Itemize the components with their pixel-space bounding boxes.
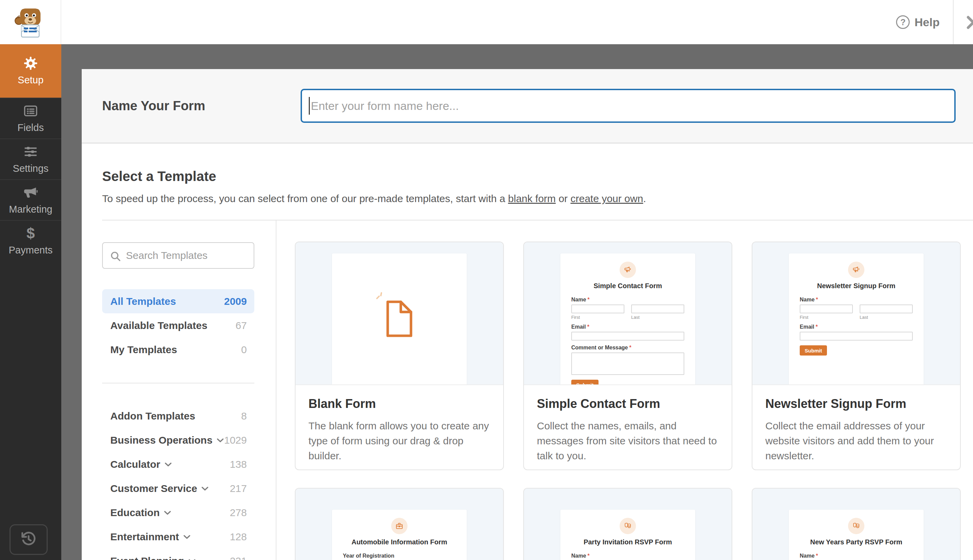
form-name-input-wrap	[301, 89, 956, 123]
chevron-down-icon	[164, 510, 171, 515]
sidebar-item-label: Settings	[13, 163, 48, 174]
gear-icon	[23, 56, 38, 70]
description-text: .	[643, 193, 646, 204]
sidebar-item-settings[interactable]: Settings	[0, 138, 61, 179]
template-card-party-invitation-rsvp-form[interactable]: Party Invitation RSVP Form Name* First L…	[523, 488, 732, 560]
sidebar-item-label: Fields	[17, 122, 43, 133]
create-your-own-link[interactable]: create your own	[570, 193, 643, 204]
mini-input	[859, 305, 913, 313]
field-label: Name	[800, 297, 815, 302]
sidebar-item-fields[interactable]: Fields	[0, 98, 61, 138]
chevron-down-icon	[183, 535, 191, 539]
form-name-row: Name Your Form	[82, 69, 973, 143]
chevron-down-icon	[188, 558, 196, 560]
field-label: Email	[571, 324, 586, 330]
template-section-header: Select a Template To speed up the proces…	[82, 143, 973, 205]
search-templates-input[interactable]	[103, 243, 254, 268]
template-card-automobile-information-form[interactable]: Automobile Information Form Year of Regi…	[295, 488, 504, 560]
preview-form-title: Simple Contact Form	[571, 282, 684, 290]
fields-list-icon	[23, 104, 38, 118]
category-count: 2009	[224, 296, 247, 307]
category-business-operations[interactable]: Business Operations 1029	[102, 428, 254, 452]
description-text: or	[556, 193, 570, 204]
category-divider	[102, 383, 254, 383]
card-title: Newsletter Signup Form	[765, 397, 947, 411]
theater-masks-badge-icon	[620, 518, 636, 534]
category-label: Education	[110, 507, 160, 518]
category-label: Available Templates	[110, 320, 207, 332]
required-asterisk: *	[588, 297, 590, 302]
help-button[interactable]: ? Help	[896, 0, 940, 44]
category-entertainment[interactable]: Entertainment 128	[102, 525, 254, 549]
form-name-label: Name Your Form	[102, 99, 205, 113]
wpforms-logo[interactable]	[0, 0, 61, 44]
sparkle-icon	[373, 290, 387, 305]
category-label: Addon Templates	[110, 410, 195, 422]
preview-form-title: Party Invitation RSVP Form	[571, 538, 684, 546]
search-icon	[110, 250, 121, 262]
category-customer-service[interactable]: Customer Service 217	[102, 476, 254, 500]
form-name-input[interactable]	[301, 89, 956, 123]
revisions-history-button[interactable]	[10, 524, 48, 555]
card-description: Collect the email addresses of your webs…	[765, 418, 947, 463]
sublabel-last: Last	[859, 315, 913, 320]
category-count: 231	[230, 555, 247, 560]
chevron-down-icon	[201, 486, 209, 491]
sidebar-item-marketing[interactable]: Marketing	[0, 179, 61, 220]
category-event-planning[interactable]: Event Planning 231	[102, 549, 254, 560]
close-builder-icon[interactable]	[966, 15, 973, 30]
megaphone-badge-icon	[848, 262, 864, 278]
category-label: Business Operations	[110, 435, 212, 446]
preview-form-title: Newsletter Signup Form	[800, 282, 913, 290]
category-all-templates[interactable]: All Templates 2009	[102, 289, 254, 313]
template-card-blank-form[interactable]: Blank Form The blank form allows you to …	[295, 242, 504, 470]
select-template-description: To speed up the process, you can select …	[102, 193, 960, 205]
card-description: The blank form allows you to create any …	[308, 418, 490, 463]
category-education[interactable]: Education 278	[102, 500, 254, 525]
mini-input	[571, 332, 684, 340]
category-count: 217	[230, 483, 247, 494]
sidebar-item-setup[interactable]: Setup	[0, 44, 61, 98]
chevron-down-icon	[164, 462, 172, 467]
blank-document-icon	[384, 299, 415, 338]
required-asterisk: *	[587, 324, 589, 330]
category-calculator[interactable]: Calculator 138	[102, 452, 254, 476]
select-template-title: Select a Template	[102, 169, 960, 184]
template-categories: All Templates 2009 Available Templates 6…	[102, 289, 254, 560]
blank-form-link[interactable]: blank form	[508, 193, 556, 204]
mini-input	[631, 305, 684, 313]
category-count: 1029	[224, 435, 247, 446]
mini-submit-button: Submit	[571, 380, 599, 385]
sidebar-item-payments[interactable]: $ Payments	[0, 220, 61, 261]
briefcase-badge-icon	[391, 518, 408, 534]
template-cards-grid: Blank Form The blank form allows you to …	[276, 220, 961, 560]
card-description: Collect the names, emails, and messages …	[537, 418, 719, 463]
template-search-box	[102, 242, 254, 269]
megaphone-icon	[23, 185, 38, 200]
mini-input	[800, 332, 913, 340]
description-text: To speed up the process, you can select …	[102, 193, 508, 204]
theater-masks-badge-icon	[848, 518, 864, 534]
category-count: 67	[236, 320, 247, 332]
category-available-templates[interactable]: Available Templates 67	[102, 313, 254, 337]
help-label: Help	[914, 16, 940, 29]
template-card-newsletter-signup-form[interactable]: Newsletter Signup Form Name* First Last …	[752, 242, 961, 470]
category-addon-templates[interactable]: Addon Templates 8	[102, 404, 254, 428]
sidebar-item-label: Setup	[18, 75, 43, 86]
template-card-new-years-party-rsvp-form[interactable]: New Years Party RSVP Form Name* First La…	[752, 488, 961, 560]
category-my-templates[interactable]: My Templates 0	[102, 337, 254, 362]
history-clock-icon	[20, 530, 37, 549]
field-label: Year of Registration	[343, 553, 394, 558]
dollar-icon: $	[23, 226, 38, 240]
template-preview: Automobile Information Form Year of Regi…	[296, 488, 503, 560]
category-count: 278	[230, 507, 247, 518]
sublabel-first: First	[571, 315, 624, 320]
top-bar: ? Help	[0, 0, 973, 44]
category-label: Customer Service	[110, 483, 197, 494]
builder-sidebar: Setup Fields Settings M	[0, 44, 61, 560]
template-preview: Simple Contact Form Name* First Last Ema…	[524, 242, 732, 385]
preview-form-title: New Years Party RSVP Form	[800, 538, 913, 546]
category-label: Calculator	[110, 458, 160, 470]
required-asterisk: *	[588, 553, 590, 558]
template-card-simple-contact-form[interactable]: Simple Contact Form Name* First Last Ema…	[523, 242, 732, 470]
